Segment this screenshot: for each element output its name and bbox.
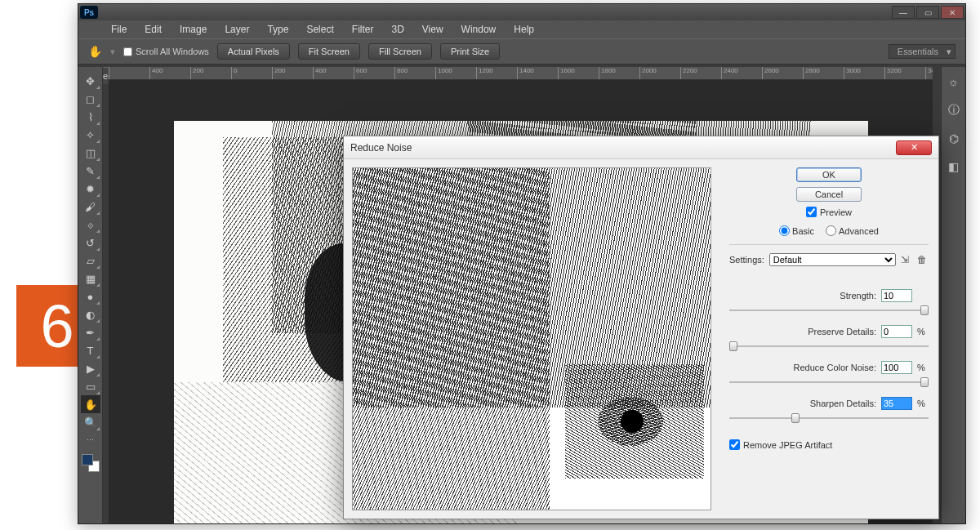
- dialog-titlebar[interactable]: Reduce Noise ✕: [344, 136, 938, 159]
- horizontal-ruler: 4002000200400600800100012001400160018002…: [109, 67, 933, 80]
- move-tool[interactable]: ✥: [81, 72, 100, 90]
- dialog-preview-pane: [344, 159, 719, 519]
- menubar: File Edit Image Layer Type Select Filter…: [78, 20, 965, 38]
- sharpen-details-slider: Sharpen Details: %: [729, 397, 929, 425]
- preview-checkbox[interactable]: Preview: [806, 207, 852, 217]
- preserve-details-track[interactable]: [729, 340, 929, 353]
- foreground-color[interactable]: [82, 454, 93, 465]
- edit-toolbar[interactable]: ⋯: [81, 431, 100, 449]
- crop-tool[interactable]: ◫: [81, 144, 100, 162]
- gradient-tool[interactable]: ▦: [81, 269, 100, 287]
- sharpen-details-track[interactable]: [729, 412, 929, 425]
- eraser-tool[interactable]: ▱: [81, 252, 100, 269]
- tools-panel: ✥ ◻ ⌇ ✧ ◫ ✎ ✹ 🖌 ⟐ ↺ ▱ ▦ ● ◐ ✒ T ▶ ▭ ✋ 🔍 …: [78, 67, 103, 523]
- dialog-controls: OK Cancel Preview Basic Advanced Setting…: [719, 159, 938, 519]
- dialog-title: Reduce Noise: [350, 142, 412, 154]
- print-size-button[interactable]: Print Size: [440, 43, 500, 60]
- menu-edit[interactable]: Edit: [136, 21, 170, 38]
- reduce-color-noise-slider: Reduce Color Noise: %: [729, 361, 929, 389]
- history-brush-tool[interactable]: ↺: [81, 234, 100, 252]
- strength-track[interactable]: [729, 304, 929, 317]
- delete-settings-icon[interactable]: 🗑: [917, 254, 929, 265]
- titlebar: Ps ― ▭ ✕: [78, 4, 965, 20]
- menu-layer[interactable]: Layer: [216, 21, 257, 38]
- type-tool[interactable]: T: [81, 341, 100, 359]
- settings-label: Settings:: [729, 255, 764, 265]
- menu-file[interactable]: File: [103, 21, 135, 38]
- blur-tool[interactable]: ●: [81, 287, 100, 305]
- options-bar: ✋ ▾ Scroll All Windows Actual Pixels Fit…: [78, 38, 965, 65]
- remove-jpeg-artifact-checkbox[interactable]: Remove JPEG Artifact: [729, 439, 929, 450]
- dodge-tool[interactable]: ◐: [81, 305, 100, 323]
- basic-radio[interactable]: Basic: [779, 225, 814, 236]
- ok-button[interactable]: OK: [796, 167, 862, 182]
- preserve-details-slider: Preserve Details: %: [729, 325, 929, 353]
- save-settings-icon[interactable]: ⇲: [901, 254, 912, 265]
- reduce-color-noise-track[interactable]: [729, 376, 929, 389]
- hand-tool[interactable]: ✋: [81, 395, 100, 413]
- maximize-button[interactable]: ▭: [916, 6, 939, 19]
- reduce-color-noise-input[interactable]: [881, 361, 912, 374]
- advanced-radio[interactable]: Advanced: [826, 225, 879, 236]
- brush-tool[interactable]: 🖌: [81, 198, 100, 216]
- menu-window[interactable]: Window: [453, 21, 505, 38]
- hand-tool-icon[interactable]: ✋: [88, 45, 102, 58]
- magic-wand-tool[interactable]: ✧: [81, 126, 100, 144]
- color-swatches[interactable]: [82, 454, 100, 472]
- preserve-details-input[interactable]: [881, 325, 912, 338]
- lasso-tool[interactable]: ⌇: [81, 108, 100, 126]
- clone-stamp-tool[interactable]: ⟐: [81, 216, 100, 234]
- cancel-button[interactable]: Cancel: [796, 187, 862, 202]
- actual-pixels-button[interactable]: Actual Pixels: [217, 43, 290, 60]
- path-selection-tool[interactable]: ▶: [81, 359, 100, 377]
- menu-select[interactable]: Select: [298, 21, 341, 38]
- menu-view[interactable]: View: [414, 21, 452, 38]
- workspace-switcher[interactable]: Essentials: [889, 44, 956, 59]
- dialog-preview-image[interactable]: [352, 167, 711, 510]
- settings-dropdown[interactable]: Default: [769, 253, 896, 266]
- menu-image[interactable]: Image: [172, 21, 215, 38]
- scroll-all-windows-checkbox[interactable]: Scroll All Windows: [123, 47, 209, 56]
- dialog-close-button[interactable]: ✕: [896, 140, 932, 155]
- healing-brush-tool[interactable]: ✹: [81, 180, 100, 198]
- panel-icon-1[interactable]: ☼: [948, 75, 959, 88]
- panel-icon-4[interactable]: ◧: [948, 160, 959, 173]
- strength-slider: Strength:: [729, 289, 929, 317]
- tool-preset-dropdown[interactable]: ▾: [110, 47, 115, 57]
- panel-icon-2[interactable]: ⓘ: [948, 103, 960, 118]
- menu-filter[interactable]: Filter: [344, 21, 382, 38]
- menu-help[interactable]: Help: [506, 21, 542, 38]
- ps-logo: Ps: [80, 6, 98, 19]
- collapsed-panels: ☼ ⓘ ⌬ ◧: [941, 67, 965, 523]
- fill-screen-button[interactable]: Fill Screen: [368, 43, 432, 60]
- zoom-tool[interactable]: 🔍: [81, 413, 100, 431]
- sharpen-details-input[interactable]: [881, 397, 912, 410]
- strength-input[interactable]: [881, 289, 912, 302]
- panel-icon-3[interactable]: ⌬: [949, 132, 959, 145]
- menu-type[interactable]: Type: [259, 21, 296, 38]
- marquee-tool[interactable]: ◻: [81, 90, 100, 108]
- menu-3d[interactable]: 3D: [383, 21, 412, 38]
- minimize-button[interactable]: ―: [892, 6, 915, 19]
- close-button[interactable]: ✕: [941, 6, 964, 19]
- fit-screen-button[interactable]: Fit Screen: [298, 43, 360, 60]
- pen-tool[interactable]: ✒: [81, 323, 100, 341]
- shape-tool[interactable]: ▭: [81, 377, 100, 395]
- reduce-noise-dialog: Reduce Noise ✕ OK Cancel Preview Basic A…: [343, 136, 939, 519]
- eyedropper-tool[interactable]: ✎: [81, 162, 100, 180]
